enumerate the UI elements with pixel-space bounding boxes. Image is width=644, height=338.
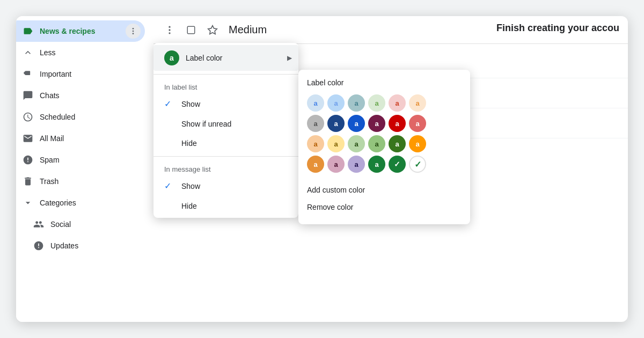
main-window: News & recipes Less Important Chats xyxy=(16,16,628,322)
color-swatch-11[interactable]: a xyxy=(389,115,406,132)
menu-item-label: Show xyxy=(181,182,200,190)
sidebar-item-label: Important xyxy=(40,70,136,78)
trash-icon xyxy=(23,176,33,187)
spam-icon xyxy=(23,155,33,165)
menu-item-label: Hide xyxy=(181,139,197,148)
submenu-arrow-icon: ▶ xyxy=(287,54,292,62)
finish-creating-text: Finish creating your accou xyxy=(496,23,628,34)
color-swatch-18[interactable]: a xyxy=(409,135,426,152)
sidebar-item-spam[interactable]: Spam xyxy=(16,149,145,171)
color-swatch-21[interactable]: a xyxy=(348,156,365,173)
color-swatch-1[interactable]: a xyxy=(307,94,324,112)
color-swatch-9[interactable]: a xyxy=(348,115,365,132)
in-label-list-section: In label list xyxy=(153,78,298,93)
sidebar-item-label: Categories xyxy=(40,199,136,207)
menu-item-label: Show if unread xyxy=(181,120,231,128)
color-swatch-10[interactable]: a xyxy=(368,115,385,132)
color-swatch-3[interactable]: a xyxy=(348,94,365,112)
schedule-icon xyxy=(23,112,33,122)
color-swatch-14[interactable]: a xyxy=(327,135,345,152)
chevron-down-icon xyxy=(23,197,33,208)
social-icon xyxy=(33,219,44,230)
remove-color-button[interactable]: Remove color xyxy=(307,199,462,216)
email-toolbar: Medium Finish creating your accou xyxy=(153,16,628,44)
svg-point-0 xyxy=(133,28,134,30)
color-swatch-4[interactable]: a xyxy=(368,94,385,112)
sidebar-item-label: Chats xyxy=(40,91,136,100)
color-swatch-5[interactable]: a xyxy=(389,94,406,112)
checkmark-icon: ✓ xyxy=(164,99,175,109)
sidebar-item-categories[interactable]: Categories xyxy=(16,192,145,214)
label-color-text: Label color xyxy=(186,54,223,62)
sidebar-item-social[interactable]: Social xyxy=(16,214,145,235)
important-icon xyxy=(23,69,33,79)
color-swatch-7[interactable]: a xyxy=(307,115,324,132)
sidebar-item-label: All Mail xyxy=(40,134,136,143)
label-icon xyxy=(23,26,33,36)
three-dots-button[interactable] xyxy=(126,24,141,39)
all-mail-icon xyxy=(23,133,33,144)
color-swatch-12[interactable]: a xyxy=(409,115,426,132)
menu-item-show-message[interactable]: ✓ Show xyxy=(153,175,298,196)
label-color-menu-item[interactable]: a Label color ▶ xyxy=(153,45,298,71)
sidebar-item-scheduled[interactable]: Scheduled xyxy=(16,106,145,128)
menu-item-hide-label[interactable]: Hide xyxy=(153,134,298,153)
color-swatch-none[interactable]: ✓ xyxy=(409,156,426,173)
context-menu: a Label color ▶ In label list ✓ Show Sho… xyxy=(153,43,298,218)
sidebar-item-label: Trash xyxy=(40,177,136,186)
email-subject: Medium xyxy=(229,24,267,36)
svg-point-3 xyxy=(169,26,170,27)
color-picker-title: Label color xyxy=(307,78,462,87)
color-swatch-16[interactable]: a xyxy=(368,135,385,152)
menu-item-hide-message[interactable]: Hide xyxy=(153,196,298,216)
menu-item-label: Hide xyxy=(181,202,197,210)
menu-item-show-label[interactable]: ✓ Show xyxy=(153,93,298,114)
checkmark-icon: ✓ xyxy=(164,181,175,191)
sidebar-item-news-recipes[interactable]: News & recipes xyxy=(16,20,145,42)
svg-rect-6 xyxy=(187,26,195,34)
sidebar-item-trash[interactable]: Trash xyxy=(16,171,145,192)
sidebar-item-label: Less xyxy=(40,48,136,57)
color-swatch-17[interactable]: a xyxy=(389,135,406,152)
sidebar-item-all-mail[interactable]: All Mail xyxy=(16,128,145,149)
color-swatch-20[interactable]: a xyxy=(327,156,345,173)
color-swatch-22[interactable]: a xyxy=(368,156,385,173)
sidebar-item-important[interactable]: Important xyxy=(16,63,145,85)
svg-marker-7 xyxy=(208,25,217,34)
star-button[interactable] xyxy=(203,20,222,40)
sidebar-item-label: Scheduled xyxy=(40,113,136,121)
checkbox-button[interactable] xyxy=(181,20,201,40)
color-swatch-13[interactable]: a xyxy=(307,135,324,152)
svg-point-5 xyxy=(169,32,170,34)
sidebar-item-label: News & recipes xyxy=(40,27,136,35)
sidebar: News & recipes Less Important Chats xyxy=(16,16,153,322)
color-swatch-8[interactable]: a xyxy=(327,115,345,132)
sidebar-item-label: Spam xyxy=(40,156,136,164)
add-custom-color-button[interactable]: Add custom color xyxy=(307,181,462,199)
svg-point-2 xyxy=(133,33,134,34)
color-swatch-15[interactable]: a xyxy=(348,135,365,152)
sidebar-item-chats[interactable]: Chats xyxy=(16,85,145,106)
svg-point-4 xyxy=(169,29,170,31)
color-swatch-selected[interactable] xyxy=(389,156,406,173)
color-picker-panel: Label color a a a a a a a a a a a a a a … xyxy=(298,70,470,224)
menu-item-label: Show xyxy=(181,100,200,108)
chat-icon xyxy=(23,90,33,101)
sidebar-item-updates[interactable]: Updates xyxy=(16,235,145,256)
svg-point-1 xyxy=(133,31,134,32)
updates-icon xyxy=(33,240,44,251)
color-swatch-2[interactable]: a xyxy=(327,94,345,112)
chevron-up-icon xyxy=(23,47,33,58)
sidebar-item-label: Updates xyxy=(50,241,136,250)
label-color-icon: a xyxy=(164,50,179,65)
in-message-list-section: In message list xyxy=(153,160,298,175)
sidebar-item-less[interactable]: Less xyxy=(16,42,145,63)
color-grid: a a a a a a a a a a a a a a a a a a a a … xyxy=(307,94,462,173)
three-dots-toolbar-button[interactable] xyxy=(160,20,179,40)
color-swatch-6[interactable]: a xyxy=(409,94,426,112)
color-swatch-19[interactable]: a xyxy=(307,156,324,173)
sidebar-item-label: Social xyxy=(50,220,136,229)
menu-item-show-if-unread[interactable]: Show if unread xyxy=(153,114,298,134)
